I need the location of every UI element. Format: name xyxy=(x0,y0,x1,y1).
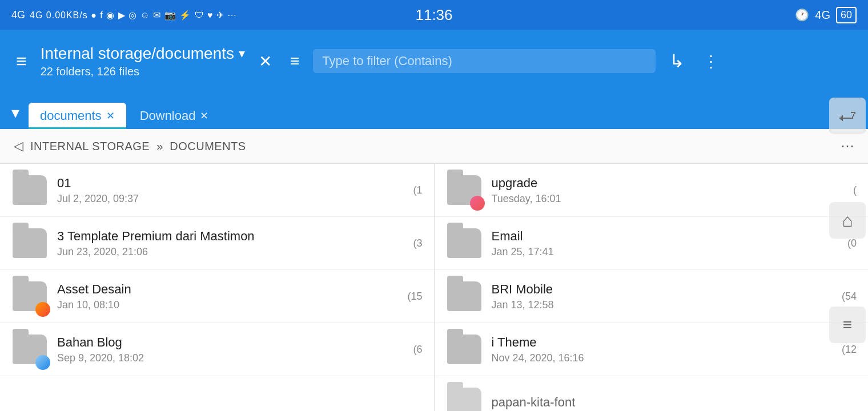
file-item[interactable]: papan-kita-font xyxy=(435,376,869,411)
file-item[interactable]: upgrade Tuesday, 16:01 ( xyxy=(435,164,869,217)
folder-icon-wrap xyxy=(446,225,483,261)
path-text: Internal storage/documents xyxy=(41,45,234,63)
toolbar-title[interactable]: Internal storage/documents ▾ xyxy=(41,45,245,63)
file-count: (12 xyxy=(842,344,857,356)
folder-icon xyxy=(447,388,481,411)
home-nav-button[interactable]: ⌂ xyxy=(829,202,866,239)
file-panels: 01 Jul 2, 2020, 09:37 (1 3 Template Prem… xyxy=(0,164,868,411)
filter-icon[interactable]: ≡ xyxy=(286,47,304,75)
file-name: Asset Desain xyxy=(57,282,398,297)
folder-icon-wrap xyxy=(11,278,48,315)
file-name: i Theme xyxy=(492,335,833,350)
menu-nav-button[interactable]: ≡ xyxy=(829,307,866,343)
breadcrumb-back-icon[interactable]: ◁ xyxy=(14,139,23,154)
file-item[interactable]: Email Jan 25, 17:41 (0 xyxy=(435,217,869,270)
folder-icon xyxy=(13,228,47,258)
network-type: 4G xyxy=(815,9,830,22)
file-count: (1 xyxy=(413,184,422,196)
folder-icon-wrap xyxy=(11,331,48,368)
filter-input[interactable] xyxy=(322,54,646,68)
file-date: Jan 25, 17:41 xyxy=(492,246,838,258)
breadcrumb-separator: » xyxy=(156,140,163,153)
status-time: 11:36 xyxy=(415,6,452,24)
left-file-panel: 01 Jul 2, 2020, 09:37 (1 3 Template Prem… xyxy=(0,164,435,411)
file-date: Jan 13, 12:58 xyxy=(492,299,833,311)
folder-badge-orange xyxy=(35,302,50,317)
toolbar: ≡ Internal storage/documents ▾ 22 folder… xyxy=(0,30,868,92)
file-info: Email Jan 25, 17:41 xyxy=(492,229,838,258)
tabs-arrow-icon[interactable]: ▾ xyxy=(11,103,26,129)
folder-icon-wrap xyxy=(446,278,483,315)
folder-icon xyxy=(447,335,481,364)
folder-icon xyxy=(447,281,481,311)
network-speed: 4G 0.00KB/s ● f ◉ ▶ ◎ ☺ ✉ 📷 ⚡ 🛡 ♥ ✈ ··· xyxy=(30,10,237,21)
file-count: (0 xyxy=(847,237,857,249)
file-item[interactable]: BRI Mobile Jan 13, 12:58 (54 xyxy=(435,270,869,323)
file-count: (15 xyxy=(407,291,422,303)
file-item[interactable]: Bahan Blog Sep 9, 2020, 18:02 (6 xyxy=(0,323,434,376)
status-right: 🕐 4G 60 xyxy=(795,7,857,23)
back-nav-button[interactable]: ⮐ xyxy=(829,98,866,134)
filter-input-wrapper xyxy=(313,49,656,73)
file-name: BRI Mobile xyxy=(492,282,833,297)
file-count: (3 xyxy=(413,237,422,249)
file-item[interactable]: Asset Desain Jan 10, 08:10 (15 xyxy=(0,270,434,323)
folder-icon-wrap xyxy=(446,331,483,368)
tab-documents-close-icon[interactable]: ✕ xyxy=(106,110,115,122)
folder-icon-wrap xyxy=(446,172,483,208)
tabs-bar: ▾ documents ✕ Download ✕ xyxy=(0,92,868,129)
file-name: upgrade xyxy=(492,176,845,191)
file-date: Jul 2, 2020, 09:37 xyxy=(57,193,404,205)
file-info: i Theme Nov 24, 2020, 16:16 xyxy=(492,335,833,364)
right-file-panel: upgrade Tuesday, 16:01 ( Email Jan 25, 1… xyxy=(435,164,869,411)
file-name: Bahan Blog xyxy=(57,335,404,350)
breadcrumb-bar: ◁ INTERNAL STORAGE » DOCUMENTS ⋯ xyxy=(0,129,868,164)
tab-download-close-icon[interactable]: ✕ xyxy=(200,110,208,122)
toolbar-title-area: Internal storage/documents ▾ 22 folders,… xyxy=(41,45,245,78)
folder-icon-wrap xyxy=(11,225,48,261)
folder-icon-wrap xyxy=(11,172,48,208)
folder-icon-wrap xyxy=(446,384,483,411)
file-count: (54 xyxy=(842,291,857,303)
tab-download[interactable]: Download ✕ xyxy=(128,103,220,129)
file-date: Nov 24, 2020, 16:16 xyxy=(492,352,833,364)
file-date: Jan 10, 08:10 xyxy=(57,299,398,311)
signal-icon: 4G xyxy=(11,9,25,21)
file-info: Asset Desain Jan 10, 08:10 xyxy=(57,282,398,311)
file-info: papan-kita-font xyxy=(492,395,857,410)
file-name: 3 Template Premium dari Mastimon xyxy=(57,229,404,244)
folder-icon xyxy=(13,175,47,205)
file-info: upgrade Tuesday, 16:01 xyxy=(492,176,845,205)
file-name: 01 xyxy=(57,176,404,191)
file-name: Email xyxy=(492,229,838,244)
file-count: ( xyxy=(853,184,857,196)
folder-badge-pink xyxy=(470,196,485,211)
file-date: Tuesday, 16:01 xyxy=(492,193,845,205)
breadcrumb-more-icon[interactable]: ⋯ xyxy=(841,138,854,154)
file-info: 3 Template Premium dari Mastimon Jun 23,… xyxy=(57,229,404,258)
close-button[interactable]: ✕ xyxy=(254,47,276,75)
status-left-icons: 4G 4G 0.00KB/s ● f ◉ ▶ ◎ ☺ ✉ 📷 ⚡ 🛡 ♥ ✈ ·… xyxy=(11,9,237,21)
file-count: (6 xyxy=(413,344,422,356)
file-item[interactable]: i Theme Nov 24, 2020, 16:16 (12 xyxy=(435,323,869,376)
tab-download-label: Download xyxy=(140,108,196,123)
battery-indicator: 60 xyxy=(836,7,857,23)
file-info: 01 Jul 2, 2020, 09:37 xyxy=(57,176,404,205)
breadcrumb-documents[interactable]: DOCUMENTS xyxy=(170,140,246,153)
breadcrumb-internal-storage[interactable]: INTERNAL STORAGE xyxy=(30,140,150,153)
file-info: Bahan Blog Sep 9, 2020, 18:02 xyxy=(57,335,404,364)
more-options-icon[interactable]: ⋮ xyxy=(698,47,724,75)
tab-documents[interactable]: documents ✕ xyxy=(29,103,126,129)
menu-icon[interactable]: ≡ xyxy=(11,46,31,76)
file-date: Jun 23, 2020, 21:06 xyxy=(57,246,404,258)
nav-forward-icon[interactable]: ↳ xyxy=(665,46,689,76)
file-info: BRI Mobile Jan 13, 12:58 xyxy=(492,282,833,311)
chevron-down-icon[interactable]: ▾ xyxy=(239,46,245,61)
file-date: Sep 9, 2020, 18:02 xyxy=(57,352,404,364)
main-content: ◁ INTERNAL STORAGE » DOCUMENTS ⋯ 01 Jul … xyxy=(0,129,868,411)
file-item[interactable]: 01 Jul 2, 2020, 09:37 (1 xyxy=(0,164,434,217)
file-item[interactable]: 3 Template Premium dari Mastimon Jun 23,… xyxy=(0,217,434,270)
toolbar-subtitle: 22 folders, 126 files xyxy=(41,65,245,78)
folder-icon xyxy=(447,228,481,258)
clock-icon: 🕐 xyxy=(795,8,809,22)
